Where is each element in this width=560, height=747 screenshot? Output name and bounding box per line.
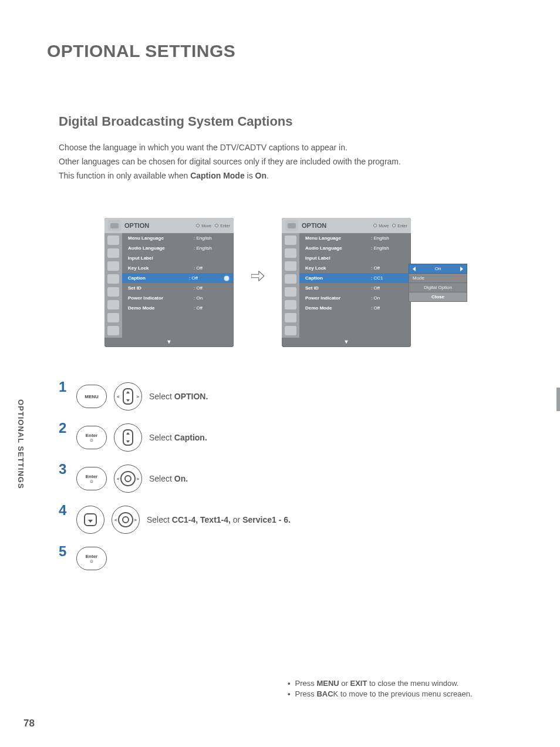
step-row: 3Enter⊙<>Select On. [59, 465, 525, 493]
popup-row-mode[interactable]: Mode CC1 [409, 274, 467, 283]
footer-text: or [339, 679, 350, 688]
remote-nav-button: <> [114, 465, 142, 493]
osd-header-icon [108, 220, 121, 231]
sidebar-icon [285, 274, 296, 284]
step-row: 4<>Select CC1-4, Text1-4, or Service1 - … [59, 506, 525, 534]
step-number: 5 [59, 543, 69, 560]
osd-row[interactable]: Key Lock: Off [299, 263, 411, 273]
osd-row[interactable]: Set ID: Off [122, 283, 234, 293]
sidebar-icon [285, 248, 296, 258]
osd-row[interactable]: Caption: Off [122, 273, 234, 283]
body-text: Choose the language in which you want th… [59, 141, 525, 183]
osd-row[interactable]: Demo Mode: Off [299, 303, 411, 313]
remote-menu-button: MENU [76, 385, 107, 408]
osd-right-wrap: OPTION Move Enter [282, 218, 467, 347]
osd-header: OPTION Move Enter [104, 218, 234, 233]
sidebar-icon [285, 287, 296, 297]
footer-text: Press [295, 689, 317, 698]
step-row: 1MENU<>Select OPTION. [59, 382, 525, 410]
triangle-left-icon [413, 267, 416, 271]
step-text: Select On. [149, 474, 188, 483]
body-line-1: Choose the language in which you want th… [59, 141, 525, 155]
osd-sidebar [282, 233, 299, 338]
footer-text: to close the menu window. [367, 679, 458, 688]
sidebar-icon [107, 287, 119, 297]
osd-row-value: : Off [371, 305, 406, 311]
osd-row-label: Set ID [128, 285, 194, 291]
arrow-right-icon [251, 271, 264, 281]
popup-header[interactable]: On [409, 264, 467, 274]
osd-row[interactable]: Menu Language: English [122, 233, 234, 243]
popup-row-label: Digital Option [424, 285, 452, 290]
remote-enter-button: Enter⊙ [76, 467, 107, 490]
osd-left: OPTION Move Enter Menu Language: English… [104, 218, 234, 347]
osd-row-value: : Off [189, 275, 224, 281]
body-suffix-b2: On [255, 171, 266, 180]
osd-row[interactable]: Menu Language: English [299, 233, 411, 243]
footer-text: Press [295, 679, 317, 688]
osd-row-label: Input Label [305, 255, 371, 261]
osd-menus-row: OPTION Move Enter Menu Language: English… [47, 218, 525, 347]
footer-line-2: • Press BACK to move to the previous men… [288, 689, 473, 698]
body-line-3: This function in only available when Cap… [59, 169, 525, 183]
popup-row-value: CC1 [454, 275, 463, 281]
osd-row-label: Audio Language [305, 245, 371, 251]
osd-row-value: : On [194, 295, 229, 301]
osd-row-label: Menu Language [128, 235, 194, 241]
bullet-icon: • [288, 689, 291, 698]
osd-row[interactable]: Audio Language: English [299, 243, 411, 253]
osd-row-label: Caption [305, 275, 371, 281]
osd-row-label: Power Indicator [305, 295, 371, 301]
side-accent [556, 388, 560, 411]
osd-row-value: : Off [371, 265, 406, 271]
osd-row-label: Audio Language [128, 245, 194, 251]
osd-row-label: Key Lock [305, 265, 371, 271]
footer-notes: • Press MENU or EXIT to close the menu w… [288, 679, 473, 700]
osd-hint-move: Move [196, 224, 211, 228]
remote-nav-button: <> [112, 506, 140, 534]
remote-down-button [76, 506, 104, 534]
osd-header-icon [285, 220, 298, 231]
osd-row[interactable]: Set ID: Off [299, 283, 411, 293]
step-number: 3 [59, 461, 69, 477]
popup-close-button[interactable]: Close [409, 292, 467, 302]
osd-row[interactable]: Input Label [299, 253, 411, 263]
steps: 1MENU<>Select OPTION.2Enter⊙Select Capti… [59, 382, 525, 570]
section-title: Digital Broadcasting System Captions [59, 114, 525, 129]
footer-bold: EXIT [350, 679, 367, 688]
osd-hint-enter: Enter [392, 224, 407, 228]
popup-row-label: Mode [413, 275, 454, 281]
osd-row[interactable]: Power Indicator: On [299, 293, 411, 303]
osd-row-value: : English [194, 245, 229, 251]
remote-enter-button: Enter⊙ [76, 547, 107, 570]
caption-popup: On Mode CC1 Digital Option Close [409, 264, 467, 302]
bullet-icon: • [288, 679, 291, 688]
sidebar-icon [107, 274, 119, 284]
body-suffix-b1: Caption Mode [190, 171, 245, 180]
remote-enter-button: Enter⊙ [76, 426, 107, 449]
popup-row-digital[interactable]: Digital Option [409, 283, 467, 292]
remote-nav-button: <> [114, 382, 142, 410]
osd-row[interactable]: Demo Mode: Off [122, 303, 234, 313]
osd-row-label: Key Lock [128, 265, 194, 271]
osd-row-label: Input Label [128, 255, 194, 261]
page-number: 78 [23, 718, 35, 729]
osd-hint-move: Move [373, 224, 389, 228]
step-text: Select Caption. [149, 433, 207, 442]
osd-row[interactable]: Input Label [122, 253, 234, 263]
sidebar-icon [107, 313, 119, 322]
side-tab: OPTIONAL SETTINGS [16, 399, 25, 489]
footer-line-1: • Press MENU or EXIT to close the menu w… [288, 679, 473, 688]
osd-row[interactable]: Audio Language: English [122, 243, 234, 253]
osd-row-value: : On [371, 295, 406, 301]
osd-title: OPTION [302, 222, 326, 229]
osd-row-value: : Off [194, 305, 229, 311]
step-row: 2Enter⊙Select Caption. [59, 423, 525, 452]
sidebar-icon [107, 235, 119, 245]
osd-list-right: Menu Language: EnglishAudio Language: En… [299, 233, 411, 338]
osd-row[interactable]: Caption: CC1 [299, 273, 411, 283]
osd-row[interactable]: Key Lock: Off [122, 263, 234, 273]
body-suffix-pre: This function in only available when [59, 171, 190, 180]
osd-row[interactable]: Power Indicator: On [122, 293, 234, 303]
page-title: OPTIONAL SETTINGS [47, 41, 525, 61]
